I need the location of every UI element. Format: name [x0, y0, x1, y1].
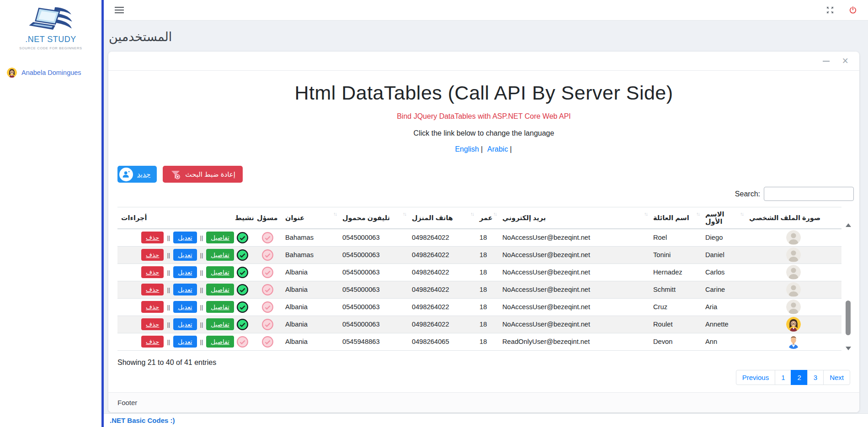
edit-button[interactable]: تعديل: [173, 249, 197, 261]
pagination-2[interactable]: 2: [791, 370, 807, 385]
admin-toggle-icon[interactable]: [261, 301, 274, 313]
menu-hamburger-icon[interactable]: [115, 5, 124, 15]
active-toggle-icon[interactable]: [236, 301, 249, 313]
active-toggle-icon[interactable]: [236, 266, 249, 279]
sort-arrows-icon: ↑↓: [493, 211, 496, 216]
active-toggle-icon[interactable]: [236, 336, 249, 348]
column-header-address[interactable]: عنوان↑↓: [282, 207, 339, 229]
card-header: ×: [108, 52, 859, 71]
search-input[interactable]: [764, 187, 854, 201]
cell-age: 18: [476, 316, 499, 333]
details-button[interactable]: تفاصيل: [206, 249, 234, 261]
table-row: حذف||تعديل||تفاصيلAlbania054500006304982…: [117, 316, 841, 333]
active-toggle-icon[interactable]: [236, 318, 249, 331]
column-header-mobile[interactable]: تليفون محمول↑↓: [339, 207, 408, 229]
delete-button[interactable]: حذف: [141, 249, 164, 261]
pagination: Previous123Next: [736, 370, 850, 385]
edit-button[interactable]: تعديل: [173, 318, 197, 330]
admin-toggle-icon[interactable]: [261, 336, 274, 348]
fullscreen-expand-icon[interactable]: [826, 6, 834, 14]
cell-age: 18: [476, 333, 499, 350]
main-area: المستخدمين × Html DataTables (Call API B…: [104, 0, 868, 427]
delete-button[interactable]: حذف: [141, 301, 164, 313]
cell-home_phone: 0498264022: [408, 298, 476, 316]
cell-first_name: Aria: [702, 298, 746, 316]
avatar-boy-icon: [786, 334, 801, 349]
language-link-arabic[interactable]: Arabic: [487, 145, 508, 153]
button-separator: ||: [167, 321, 170, 328]
edit-button[interactable]: تعديل: [173, 336, 197, 348]
admin-toggle-icon[interactable]: [261, 266, 274, 279]
user-avatar: [7, 68, 17, 78]
pagination-previous[interactable]: Previous: [736, 370, 775, 385]
delete-button[interactable]: حذف: [141, 318, 164, 330]
edit-button[interactable]: تعديل: [173, 266, 197, 278]
scroll-down-icon[interactable]: [846, 347, 851, 350]
scroll-thumb[interactable]: [846, 300, 851, 335]
users-table: أجراءاتنشيطمسؤلعنوان↑↓تليفون محمول↑↓هاتف…: [117, 207, 841, 351]
admin-toggle-icon[interactable]: [261, 249, 274, 261]
reset-search-button[interactable]: إعادة ضبط البحث: [163, 166, 243, 183]
column-header-email[interactable]: بريد إلكتروني↑↓: [499, 207, 650, 229]
power-icon[interactable]: [849, 6, 857, 14]
table-scrollbar[interactable]: [845, 223, 851, 350]
cell-last_name: Hernadez: [650, 264, 702, 281]
cell-home_phone: 0498264022: [408, 246, 476, 264]
column-header-home_phone[interactable]: هاتف المنزل↑↓: [408, 207, 476, 229]
column-header-last_name[interactable]: اسم العائلة↑↓: [650, 207, 702, 229]
language-link-english[interactable]: English: [455, 145, 479, 153]
delete-button[interactable]: حذف: [141, 284, 164, 295]
edit-button[interactable]: تعديل: [173, 232, 197, 243]
brand-title: .NET STUDY: [0, 35, 101, 44]
button-separator: ||: [200, 269, 203, 276]
user-name-link[interactable]: Anabela Domingues: [21, 69, 81, 76]
new-user-button[interactable]: جديد: [117, 166, 157, 183]
pagination-3[interactable]: 3: [807, 370, 824, 385]
brand-block: .NET STUDY SOURCE CODE FOR BEGINNERS: [0, 5, 101, 50]
active-toggle-icon[interactable]: [236, 284, 249, 296]
close-icon[interactable]: ×: [842, 56, 848, 66]
pagination-1[interactable]: 1: [775, 370, 791, 385]
details-button[interactable]: تفاصيل: [206, 336, 234, 348]
button-separator: ||: [167, 338, 170, 345]
active-toggle-icon[interactable]: [236, 232, 249, 244]
language-links: English|Arabic|: [117, 145, 850, 153]
cell-mobile: 0545000063: [339, 298, 408, 316]
details-button[interactable]: تفاصيل: [206, 284, 234, 295]
scroll-up-icon[interactable]: [846, 223, 851, 227]
table-zone: أجراءاتنشيطمسؤلعنوان↑↓تليفون محمول↑↓هاتف…: [117, 207, 854, 351]
content-area: المستخدمين × Html DataTables (Call API B…: [104, 21, 868, 413]
pagination-next[interactable]: Next: [823, 370, 850, 385]
scroll-track[interactable]: [846, 229, 851, 345]
cell-last_name: Roel: [650, 229, 702, 246]
details-button[interactable]: تفاصيل: [206, 301, 234, 313]
delete-button[interactable]: حذف: [141, 266, 164, 278]
details-button[interactable]: تفاصيل: [206, 318, 234, 330]
button-separator: ||: [167, 286, 170, 293]
cell-address: Bahamas: [282, 229, 339, 246]
cell-email: NoAccessUser@bezeqint.net: [499, 229, 650, 246]
sidebar: .NET STUDY SOURCE CODE FOR BEGINNERS Ana…: [0, 0, 101, 427]
delete-button[interactable]: حذف: [141, 336, 164, 348]
collapse-minus-icon[interactable]: [823, 61, 830, 62]
entries-info: Showing 21 to 40 of 41 entries: [117, 358, 850, 367]
net-study-logo-icon: [24, 5, 78, 37]
details-button[interactable]: تفاصيل: [206, 232, 234, 243]
details-button[interactable]: تفاصيل: [206, 266, 234, 278]
card: × Html DataTables (Call API By Server Si…: [108, 52, 859, 412]
cell-first_name: Diego: [702, 229, 746, 246]
admin-toggle-icon[interactable]: [261, 284, 274, 296]
cell-home_phone: 0498264022: [408, 264, 476, 281]
sidebar-user-row[interactable]: Anabela Domingues: [0, 68, 101, 78]
edit-button[interactable]: تعديل: [173, 284, 197, 295]
column-header-first_name[interactable]: الاسم الأول↑↓: [702, 207, 746, 229]
cell-age: 18: [476, 281, 499, 298]
cell-email: NoAccessUser@bezeqint.net: [499, 298, 650, 316]
active-toggle-icon[interactable]: [236, 249, 249, 261]
column-header-age[interactable]: عمر↑↓: [476, 207, 499, 229]
table-row: حذف||تعديل||تفاصيلAlbania054594886304982…: [117, 333, 841, 350]
admin-toggle-icon[interactable]: [261, 318, 274, 331]
delete-button[interactable]: حذف: [141, 232, 164, 243]
admin-toggle-icon[interactable]: [261, 232, 274, 244]
edit-button[interactable]: تعديل: [173, 301, 197, 313]
